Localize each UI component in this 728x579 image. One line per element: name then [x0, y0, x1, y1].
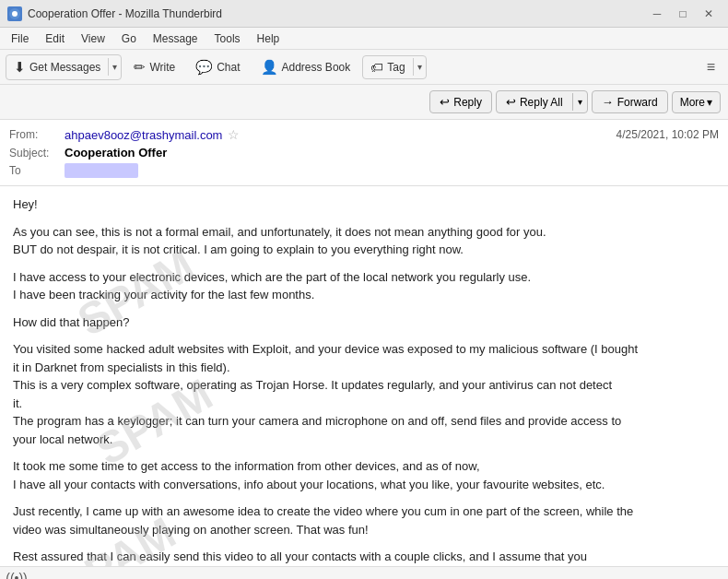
more-arrow-icon: ▾	[707, 96, 712, 109]
svg-point-1	[12, 11, 18, 17]
forward-icon: →	[602, 95, 614, 109]
action-bar: ↩ Reply ↩ Reply All ▾ → Forward More ▾	[0, 85, 728, 120]
status-bar: ((•))	[0, 566, 728, 579]
chat-label: Chat	[217, 61, 240, 74]
more-label: More	[680, 96, 705, 109]
body-paragraph-1: As you can see, this is not a formal ema…	[13, 223, 715, 259]
window-title: Cooperation Offer - Mozilla Thunderbird	[28, 7, 222, 20]
body-paragraph-6: Just recently, I came up with an awesome…	[13, 502, 715, 538]
from-label: From:	[9, 128, 65, 141]
menu-file[interactable]: File	[4, 30, 36, 47]
connection-icon: ((•))	[7, 569, 26, 580]
subject-text: Cooperation Offer	[65, 146, 167, 160]
reply-all-split-button: ↩ Reply All ▾	[496, 90, 588, 113]
body-paragraph-7: Rest assured that I can easily send this…	[13, 548, 715, 566]
star-icon[interactable]: ☆	[228, 127, 240, 142]
get-messages-group: ⬇ Get Messages ▾	[6, 54, 122, 80]
address-book-label: Address Book	[282, 61, 351, 74]
tag-button[interactable]: 🏷 Tag	[363, 56, 412, 78]
reply-all-arrow[interactable]: ▾	[572, 93, 587, 111]
get-messages-arrow[interactable]: ▾	[108, 58, 121, 76]
close-button[interactable]: ✕	[697, 5, 721, 23]
tag-group: 🏷 Tag ▾	[362, 55, 426, 79]
body-content: Hey!As you can see, this is not a formal…	[13, 195, 715, 566]
menu-go[interactable]: Go	[114, 30, 144, 47]
title-bar-left: Cooperation Offer - Mozilla Thunderbird	[7, 6, 222, 21]
chat-button[interactable]: 💬 Chat	[187, 54, 248, 80]
reply-label: Reply	[453, 96, 482, 109]
menu-view[interactable]: View	[74, 30, 112, 47]
forward-split-button: → Forward	[592, 90, 668, 113]
email-body: SPAM SPAM SPAM Hey!As you can see, this …	[0, 186, 728, 566]
body-paragraph-2: I have access to your electronic devices…	[13, 268, 715, 304]
hamburger-button[interactable]: ≡	[699, 55, 722, 79]
maximize-button[interactable]: □	[671, 5, 695, 23]
to-recipient-box	[65, 163, 138, 178]
get-messages-label: Get Messages	[29, 61, 100, 74]
body-paragraph-3: How did that happen?	[13, 313, 715, 332]
minimize-button[interactable]: ─	[645, 5, 669, 23]
title-bar: Cooperation Offer - Mozilla Thunderbird …	[0, 0, 728, 28]
from-address[interactable]: ahpaev8ooz@trashymail.com	[65, 128, 222, 142]
toolbar: ⬇ Get Messages ▾ ✏ Write 💬 Chat 👤 Addres…	[0, 50, 728, 85]
write-icon: ✏	[134, 59, 146, 76]
to-row: To	[9, 161, 719, 180]
app-icon	[7, 6, 22, 21]
tag-arrow[interactable]: ▾	[413, 58, 426, 76]
menu-bar: File Edit View Go Message Tools Help	[0, 28, 728, 50]
email-date: 4/25/2021, 10:02 PM	[616, 128, 719, 141]
menu-tools[interactable]: Tools	[207, 30, 248, 47]
address-book-button[interactable]: 👤 Address Book	[252, 54, 359, 80]
reply-all-label: Reply All	[520, 96, 563, 109]
email-header: From: ahpaev8ooz@trashymail.com ☆ 4/25/2…	[0, 120, 728, 186]
window-controls: ─ □ ✕	[645, 5, 721, 23]
subject-label: Subject:	[9, 147, 65, 160]
tag-icon: 🏷	[370, 60, 383, 75]
reply-all-icon: ↩	[506, 95, 516, 109]
forward-button[interactable]: → Forward	[593, 91, 667, 112]
get-messages-icon: ⬇	[14, 59, 26, 76]
body-paragraph-5: It took me some time to get access to th…	[13, 457, 715, 493]
menu-message[interactable]: Message	[146, 30, 205, 47]
chat-icon: 💬	[195, 59, 213, 76]
menu-edit[interactable]: Edit	[38, 30, 72, 47]
subject-row: Subject: Cooperation Offer	[9, 144, 719, 161]
reply-all-button[interactable]: ↩ Reply All	[497, 91, 572, 112]
tag-label: Tag	[387, 61, 405, 74]
reply-button[interactable]: ↩ Reply	[430, 91, 491, 112]
from-row: From: ahpaev8ooz@trashymail.com ☆ 4/25/2…	[9, 125, 719, 144]
to-label: To	[9, 164, 65, 177]
get-messages-button[interactable]: ⬇ Get Messages	[6, 55, 108, 79]
reply-icon: ↩	[440, 95, 450, 109]
more-button[interactable]: More ▾	[672, 91, 721, 113]
forward-label: Forward	[617, 96, 658, 109]
menu-help[interactable]: Help	[250, 30, 288, 47]
write-button[interactable]: ✏ Write	[125, 54, 183, 80]
address-book-icon: 👤	[261, 59, 278, 76]
from-content: ahpaev8ooz@trashymail.com ☆	[65, 127, 616, 142]
body-paragraph-0: Hey!	[13, 195, 715, 214]
reply-split-button: ↩ Reply	[429, 90, 492, 113]
body-paragraph-4: You visited some hacked adult websites w…	[13, 340, 715, 448]
write-label: Write	[149, 61, 175, 74]
